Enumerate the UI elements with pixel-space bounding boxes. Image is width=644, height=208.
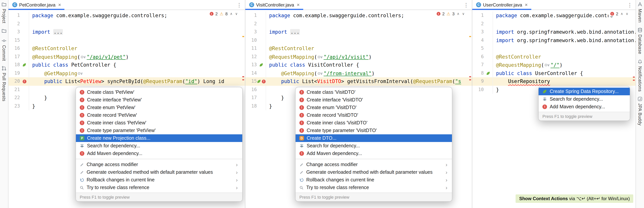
menu-item[interactable]: !Create type parameter 'VisitDTO' <box>296 127 452 134</box>
code-line[interactable]: 19 @GetMapping⊙∨ <box>8 69 245 77</box>
stripe-item-notifications[interactable]: Notifications <box>638 59 642 91</box>
error-stripe-mark[interactable] <box>633 80 635 81</box>
line-number[interactable]: 19 <box>8 69 20 77</box>
chevron-up-icon[interactable]: ∧ <box>620 12 624 16</box>
code-line[interactable]: 15 <box>8 36 245 44</box>
line-number[interactable]: 6 <box>472 53 484 61</box>
code-line[interactable]: 4import org.springframework.web.bind.ann… <box>472 36 636 44</box>
menu-item[interactable]: !Create type parameter 'PetView' <box>76 127 242 134</box>
warning-stripe-mark[interactable] <box>469 36 471 37</box>
inspections-widget[interactable]: !2∧∨ <box>608 11 631 16</box>
line-number[interactable]: 22 <box>8 94 20 102</box>
menu-item[interactable]: !Add Maven dependency... <box>296 150 452 157</box>
editor-tab[interactable]: CPetController.java× <box>8 0 64 9</box>
line-number[interactable]: 8 <box>472 69 484 77</box>
endpoint-inlay-icon[interactable]: ⊙∨ <box>318 69 322 77</box>
menu-item[interactable]: Change access modifier› <box>76 161 242 168</box>
inspections-widget[interactable]: !2⚠8∧∨ <box>207 11 240 16</box>
menu-item[interactable]: !Create inner class 'PetView' <box>76 119 242 127</box>
line-number[interactable]: 13 <box>245 61 257 69</box>
menu-item[interactable]: Search for dependency... <box>538 95 630 103</box>
inspections-widget[interactable]: !2⚠3∧∨ <box>434 11 467 16</box>
warning-stripe-mark[interactable] <box>242 36 244 37</box>
stripe-item-folder[interactable] <box>2 28 6 33</box>
menu-item[interactable]: Change access modifier› <box>296 161 452 168</box>
line-number[interactable]: 1 <box>245 11 257 20</box>
line-number[interactable]: 16 <box>8 44 20 53</box>
code-line[interactable]: 3import org.springframework.web.bind.ann… <box>472 28 636 36</box>
endpoint-inlay-icon[interactable]: ⊙∨ <box>544 61 549 69</box>
error-stripe-mark[interactable] <box>469 79 471 80</box>
menu-item[interactable]: !Create class 'VisitDTO' <box>296 88 452 96</box>
stripe-item-pull-requests[interactable]: Pull Requests <box>2 66 6 102</box>
code-line[interactable]: 9 UserRepository <box>472 77 636 86</box>
line-number[interactable]: 21 <box>8 86 20 94</box>
code-line[interactable]: 3import ... <box>8 28 245 36</box>
line-number[interactable]: 3 <box>8 28 20 36</box>
code-line[interactable]: 12@RequestMapping(⊙∨"/api/v1/visit") <box>245 53 472 61</box>
endpoint-inlay-icon[interactable]: ⊙∨ <box>318 53 322 61</box>
line-number[interactable]: 18 <box>245 102 257 110</box>
menu-item[interactable]: Rollback changes in current line› <box>76 176 242 184</box>
line-number[interactable]: 4 <box>472 36 484 44</box>
code-line[interactable]: 7@RequestMapping(⊙∨"/") <box>472 61 636 69</box>
line-number[interactable]: 15 <box>245 77 257 86</box>
line-number[interactable]: 15 <box>8 36 20 44</box>
menu-item[interactable]: Search for dependency... <box>296 142 452 150</box>
tab-options-icon[interactable]: ⋮ <box>460 2 472 8</box>
code-line[interactable]: 11@RestController <box>245 44 472 53</box>
menu-item[interactable]: !Create class 'PetView' <box>76 88 242 96</box>
close-icon[interactable]: × <box>525 2 528 7</box>
line-number[interactable]: 5 <box>472 44 484 53</box>
code-line[interactable]: 20! public List<PetView> syncPetById(@Re… <box>8 77 245 86</box>
code-line[interactable]: 5 <box>472 44 636 53</box>
menu-item[interactable]: !Create enum 'PetView' <box>76 104 242 111</box>
code-line[interactable]: 15! public List<VisitDTO> getVisitsFromI… <box>245 77 472 86</box>
line-number[interactable]: 20 <box>8 77 20 86</box>
line-number[interactable]: 23 <box>8 102 20 110</box>
chevron-up-icon[interactable]: ∧ <box>456 12 460 16</box>
error-stripe-mark[interactable] <box>469 76 471 77</box>
menu-item[interactable]: Try to resolve class reference› <box>296 184 452 191</box>
line-number[interactable]: 3 <box>245 28 257 36</box>
editor-tab[interactable]: CVisitController.java× <box>245 0 303 9</box>
stripe-item-commit[interactable]: Commit <box>2 38 6 61</box>
line-number[interactable]: 2 <box>245 20 257 28</box>
stripe-item-jpa-buddy[interactable]: JPA Buddy <box>638 96 642 126</box>
chevron-down-icon[interactable]: ∨ <box>462 12 465 16</box>
code-line[interactable]: 14 @GetMapping(⊙∨"/from-interval") <box>245 69 472 77</box>
code-line[interactable]: 2 <box>472 20 636 28</box>
menu-item[interactable]: !Create record 'VisitDTO' <box>296 111 452 119</box>
menu-item[interactable]: Search for dependency... <box>76 142 242 150</box>
error-stripe-mark[interactable] <box>633 77 635 78</box>
code-line[interactable]: 13public class VisitController { <box>245 61 472 69</box>
line-number[interactable]: 12 <box>245 53 257 61</box>
stripe-item-project[interactable]: Project <box>2 2 6 23</box>
stripe-item-maven[interactable]: Maven <box>638 2 642 22</box>
code-line[interactable]: 2 <box>8 20 245 28</box>
menu-item[interactable]: !Create interface 'VisitDTO' <box>296 96 452 104</box>
menu-item[interactable]: Create Spring Data Repository... <box>538 88 630 95</box>
code-line[interactable]: 16@RestController <box>8 44 245 53</box>
tab-options-icon[interactable]: ⋮ <box>234 2 245 8</box>
menu-item[interactable]: Generate overloaded method with default … <box>76 168 242 176</box>
line-number[interactable]: 18 <box>8 61 20 69</box>
menu-item[interactable]: !Add Maven dependency... <box>76 150 242 157</box>
close-icon[interactable]: × <box>297 2 300 7</box>
line-number[interactable]: 7 <box>472 61 484 69</box>
menu-item[interactable]: !Create interface 'PetView' <box>76 96 242 104</box>
chevron-down-icon[interactable]: ∨ <box>626 12 629 16</box>
line-number[interactable]: 14 <box>245 69 257 77</box>
code-line[interactable]: 3import ... <box>245 28 472 36</box>
chevron-up-icon[interactable]: ∧ <box>230 12 233 16</box>
line-number[interactable]: 11 <box>245 44 257 53</box>
menu-item[interactable]: !Add Maven dependency... <box>538 103 630 111</box>
menu-item[interactable]: Rollback changes in current line› <box>296 176 452 184</box>
menu-item[interactable]: Try to resolve class reference› <box>76 184 242 191</box>
endpoint-inlay-icon[interactable]: ⊙∨ <box>80 53 86 61</box>
editor-tab[interactable]: CUserController.java× <box>472 0 531 9</box>
code-line[interactable]: 6@RestController <box>472 53 636 61</box>
line-number[interactable]: 17 <box>245 94 257 102</box>
stripe-item-database[interactable]: Database <box>638 27 642 54</box>
code-line[interactable]: 17@RequestMapping(⊙∨"/api/v1/pet") <box>8 53 245 61</box>
